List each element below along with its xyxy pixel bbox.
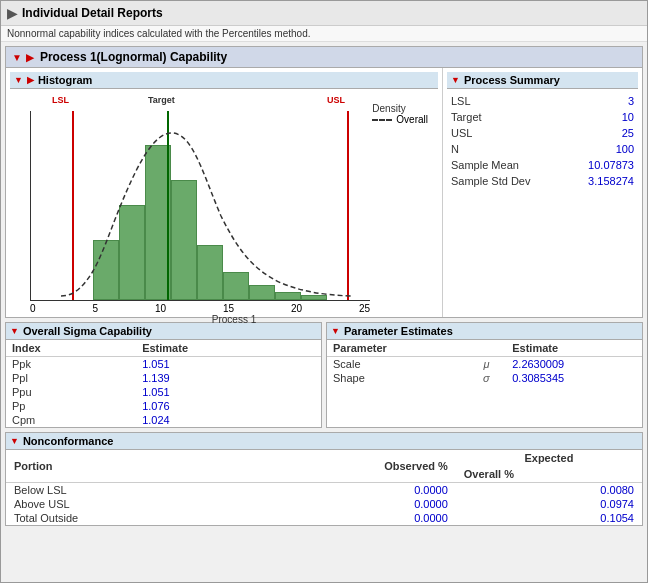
process-summary-title: Process Summary (464, 74, 560, 86)
summary-value-target: 10 (565, 109, 638, 125)
sigma-value-pp: 1.076 (136, 399, 321, 413)
nc-title: Nonconformance (23, 435, 113, 447)
sigma-label-ppu: Ppu (6, 385, 136, 399)
sigma-value-ppu: 1.051 (136, 385, 321, 399)
param-greek-shape: σ (467, 371, 507, 385)
nc-expected-above: 0.0974 (456, 497, 642, 511)
summary-value-mean: 10.07873 (565, 157, 638, 173)
sigma-row-ppk: Ppk 1.051 (6, 357, 321, 372)
bottom-sections: ▼ Overall Sigma Capability Index Estimat… (5, 322, 643, 428)
nc-header-row1: Portion Observed % Expected (6, 450, 642, 466)
window-icon: ▶ (7, 5, 18, 21)
chart-top-labels: LSL Target USL (30, 93, 370, 111)
title-bar: ▶ Individual Detail Reports (1, 1, 647, 26)
nc-col-portion: Portion (6, 450, 232, 483)
param-col-greek (467, 340, 507, 357)
summary-value-usl: 25 (565, 125, 638, 141)
sigma-col-index: Index (6, 340, 136, 357)
process-section-header: ▼ ▶ Process 1(Lognormal) Capability (6, 47, 642, 68)
summary-row-lsl: LSL 3 (447, 93, 638, 109)
usl-label: USL (327, 95, 345, 105)
sigma-label-cpm: Cpm (6, 413, 136, 427)
param-table-header: Parameter Estimate (327, 340, 642, 357)
legend-density-label: Density (372, 103, 428, 114)
window-title: Individual Detail Reports (22, 6, 163, 20)
process-summary-header: ▼ Process Summary (447, 72, 638, 89)
main-container: ▶ Individual Detail Reports Nonnormal ca… (0, 0, 648, 583)
summary-row-mean: Sample Mean 10.07873 (447, 157, 638, 173)
legend-dashed-line (372, 119, 392, 121)
sigma-row-ppu: Ppu 1.051 (6, 385, 321, 399)
sigma-row-pp: Pp 1.076 (6, 399, 321, 413)
sigma-value-ppk: 1.051 (136, 357, 321, 372)
sigma-label-ppl: Ppl (6, 371, 136, 385)
histogram-chart: LSL Target USL (10, 93, 438, 313)
sigma-label-ppk: Ppk (6, 357, 136, 372)
nc-expected-below: 0.0080 (456, 483, 642, 498)
histogram-header: ▼ ▶ Histogram (10, 72, 438, 89)
summary-value-std: 3.158274 (565, 173, 638, 189)
param-col-parameter: Parameter (327, 340, 467, 357)
legend-overall-item: Overall (372, 114, 428, 125)
process-title: Process 1(Lognormal) Capability (40, 50, 227, 64)
summary-row-usl: USL 25 (447, 125, 638, 141)
param-label-scale: Scale (327, 357, 467, 372)
sigma-label-pp: Pp (6, 399, 136, 413)
param-label-shape: Shape (327, 371, 467, 385)
sigma-value-cpm: 1.024 (136, 413, 321, 427)
nc-table: Portion Observed % Expected Overall % Be… (6, 450, 642, 525)
param-collapse[interactable]: ▼ (331, 326, 340, 336)
summary-label-usl: USL (447, 125, 565, 141)
process-summary: ▼ Process Summary LSL 3 Target 10 (442, 68, 642, 317)
sigma-row-cpm: Cpm 1.024 (6, 413, 321, 427)
param-greek-scale: μ (467, 357, 507, 372)
collapse-triangle-red[interactable]: ▼ (12, 52, 22, 63)
process-section: ▼ ▶ Process 1(Lognormal) Capability ▼ ▶ … (5, 46, 643, 318)
nc-label-below: Below LSL (6, 483, 232, 498)
hist-collapse-red2[interactable]: ▶ (27, 75, 34, 85)
histogram-title: Histogram (38, 74, 92, 86)
nc-observed-below: 0.0000 (232, 483, 456, 498)
legend: Density Overall (372, 103, 428, 125)
param-col-estimate: Estimate (506, 340, 642, 357)
nc-label-total: Total Outside (6, 511, 232, 525)
param-row-shape: Shape σ 0.3085345 (327, 371, 642, 385)
param-row-scale: Scale μ 2.2630009 (327, 357, 642, 372)
summary-row-target: Target 10 (447, 109, 638, 125)
axis-name: Process 1 (30, 314, 438, 325)
nc-row-below: Below LSL 0.0000 0.0080 (6, 483, 642, 498)
density-curve (31, 111, 370, 301)
summary-value-n: 100 (565, 141, 638, 157)
nonconformance-section: ▼ Nonconformance Portion Observed % Expe… (5, 432, 643, 526)
histogram-section: ▼ ▶ Histogram LSL Target USL (6, 68, 442, 317)
nc-row-total: Total Outside 0.0000 0.1054 (6, 511, 642, 525)
param-value-shape: 0.3085345 (506, 371, 642, 385)
summary-label-mean: Sample Mean (447, 157, 565, 173)
subtitle: Nonnormal capability indices calculated … (1, 26, 647, 42)
param-section: ▼ Parameter Estimates Parameter Estimate… (326, 322, 643, 428)
summary-label-target: Target (447, 109, 565, 125)
nc-label-above: Above USL (6, 497, 232, 511)
nc-observed-total: 0.0000 (232, 511, 456, 525)
chart-area (30, 111, 370, 301)
sigma-header: ▼ Overall Sigma Capability (6, 323, 321, 340)
ps-collapse[interactable]: ▼ (451, 75, 460, 85)
legend-overall-label: Overall (396, 114, 428, 125)
sigma-title: Overall Sigma Capability (23, 325, 152, 337)
sigma-table: Index Estimate Ppk 1.051 Ppl 1.139 Ppu (6, 340, 321, 427)
param-value-scale: 2.2630009 (506, 357, 642, 372)
nc-header: ▼ Nonconformance (6, 433, 642, 450)
nc-collapse[interactable]: ▼ (10, 436, 19, 446)
nc-col-expected-label: Expected (456, 450, 642, 466)
summary-label-n: N (447, 141, 565, 157)
collapse-triangle-red2[interactable]: ▶ (26, 52, 34, 63)
summary-label-lsl: LSL (447, 93, 565, 109)
sigma-collapse[interactable]: ▼ (10, 326, 19, 336)
nc-observed-above: 0.0000 (232, 497, 456, 511)
summary-value-lsl: 3 (565, 93, 638, 109)
nc-row-above: Above USL 0.0000 0.0974 (6, 497, 642, 511)
nc-expected-total: 0.1054 (456, 511, 642, 525)
target-label: Target (148, 95, 175, 105)
sigma-col-estimate: Estimate (136, 340, 321, 357)
hist-collapse-red[interactable]: ▼ (14, 75, 23, 85)
